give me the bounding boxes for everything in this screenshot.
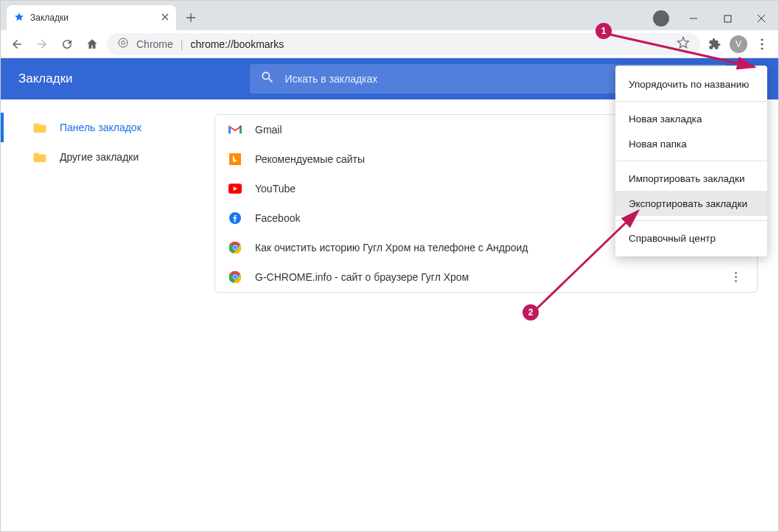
omnibox-url: chrome://bookmarks [190,38,284,50]
annotation-badge-1: 1 [595,23,612,39]
svg-rect-0 [724,15,731,22]
bookmark-page-icon[interactable] [677,36,690,52]
facebook-icon [228,211,242,225]
bookmark-star-icon [14,12,24,24]
tab-close-icon[interactable] [161,13,169,23]
tab-title: Закладки [30,13,69,23]
chrome-page-icon [117,37,129,51]
svg-point-4 [761,43,763,45]
bookmark-label: Как очистить историю Гугл Хром на телефо… [255,242,528,253]
svg-point-35 [735,272,737,274]
omnibox[interactable]: Chrome | chrome://bookmarks [107,33,700,55]
browser-toolbar: Chrome | chrome://bookmarks V [1,30,778,58]
omnibox-separator: | [181,38,184,50]
menu-separator [615,161,767,161]
bookmark-row[interactable]: G-CHROME.info - сайт о браузере Гугл Хро… [215,262,757,292]
nav-back-button[interactable] [7,34,27,55]
chrome-icon [228,270,242,284]
bookmark-label: YouTube [255,183,296,195]
sidebar-item-label: Другие закладки [60,151,139,163]
menu-sort-by-name[interactable]: Упорядочить по названию [615,71,767,97]
svg-point-3 [761,38,763,41]
nav-home-button[interactable] [82,34,102,55]
nav-reload-button[interactable] [57,34,77,55]
sidebar-item-bookmarks-bar[interactable]: Панель закладок [1,113,207,142]
gmail-icon [228,123,242,136]
menu-import-bookmarks[interactable]: Импортировать закладки [615,166,767,191]
new-tab-button[interactable] [181,7,201,28]
folder-icon [33,122,46,133]
menu-new-folder[interactable]: Новая папка [615,131,767,156]
profile-avatar[interactable]: V [730,35,747,53]
browser-menu-button[interactable] [752,34,772,55]
youtube-icon [228,182,242,195]
svg-point-2 [122,41,125,45]
svg-point-36 [735,276,737,279]
row-menu-icon[interactable] [727,272,744,282]
organize-dropdown: Упорядочить по названию Новая закладка Н… [615,66,767,256]
sidebar-item-other-bookmarks[interactable]: Другие закладки [1,142,207,172]
menu-export-bookmarks[interactable]: Экспортировать закладки [615,191,767,216]
annotation-badge-2: 2 [523,304,539,321]
svg-point-37 [735,280,737,282]
bookmark-label: Gmail [255,124,282,136]
sidebar: Панель закладок Другие закладки [1,99,207,531]
browser-tab[interactable]: Закладки [7,5,176,30]
menu-separator [615,220,767,221]
svg-point-5 [761,47,763,49]
bookmark-label: G-CHROME.info - сайт о браузере Гугл Хро… [255,271,469,283]
window-maximize-button[interactable] [710,7,744,30]
extensions-icon[interactable] [705,34,725,55]
window-minimize-button[interactable] [677,7,710,30]
menu-new-bookmark[interactable]: Новая закладка [615,106,767,131]
page-title: Закладки [18,71,73,86]
window-close-button[interactable] [744,7,778,30]
folder-icon [33,152,46,162]
bookmark-label: Рекомендуемые сайты [255,153,365,165]
svg-point-34 [234,276,237,279]
nav-forward-button[interactable] [32,34,52,55]
menu-help-center[interactable]: Справочный центр [615,225,767,251]
svg-point-28 [234,246,237,250]
profile-indicator-icon[interactable] [653,10,669,27]
browser-titlebar: Закладки [1,1,778,30]
bing-icon [228,153,242,166]
sidebar-item-label: Панель закладок [60,122,142,133]
window-controls [653,7,778,30]
search-icon [260,70,275,88]
chrome-icon [228,241,242,254]
menu-separator [615,101,767,102]
omnibox-scheme: Chrome [136,38,173,50]
bookmark-label: Facebook [255,212,300,224]
svg-rect-14 [229,153,241,165]
svg-point-1 [119,38,127,47]
